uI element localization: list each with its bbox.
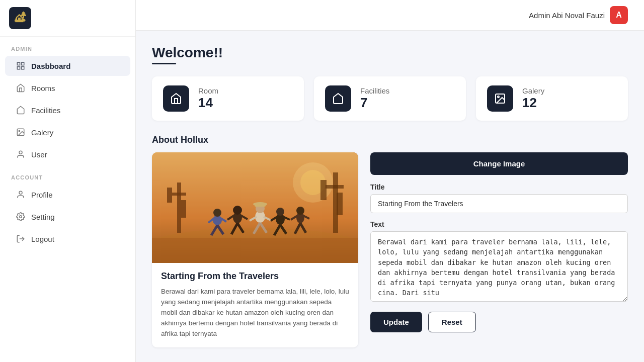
galery-stat-info: Galery 12 [522, 86, 544, 111]
top-header: Admin Abi Noval Fauzi A [136, 0, 644, 31]
svg-rect-0 [17, 62, 20, 65]
article-image-svg [152, 152, 358, 263]
svg-rect-1 [22, 62, 24, 65]
svg-point-11 [498, 96, 499, 98]
sidebar: 🏕 ADMIN Dasbboard Rooms Facilities Galer… [0, 0, 136, 362]
user-icon [16, 150, 25, 159]
house2-icon [332, 93, 344, 105]
sidebar-item-galery[interactable]: Galery [5, 122, 130, 142]
svg-point-7 [19, 191, 22, 194]
article-text: Berawal dari kami para traveler bernama … [161, 287, 349, 339]
page-title: Welcome!! [152, 45, 628, 61]
user-label: User [31, 150, 47, 159]
stat-card-room: Room 14 [152, 76, 304, 121]
room-stat-info: Room 14 [198, 86, 218, 111]
article-image [152, 152, 358, 263]
galery-label: Galery [31, 128, 53, 137]
galery-stat-icon [487, 85, 513, 112]
house-icon [170, 93, 182, 105]
svg-rect-57 [152, 152, 358, 263]
sidebar-item-dashboard[interactable]: Dasbboard [5, 56, 130, 76]
about-layout: Starting From the Travelers Berawal dari… [152, 152, 628, 347]
svg-rect-3 [22, 67, 24, 69]
rooms-label: Rooms [31, 84, 55, 93]
title-underline [152, 63, 176, 64]
user-name: Admin Abi Noval Fauzi [529, 11, 605, 20]
logout-icon [16, 234, 25, 243]
title-field-label: Title [370, 183, 628, 191]
svg-point-5 [19, 130, 20, 131]
text-field-label: Text [370, 220, 628, 228]
sidebar-item-logout[interactable]: Logout [5, 229, 130, 249]
sidebar-item-profile[interactable]: Profile [5, 185, 130, 205]
about-section-title: About Hollux [152, 135, 628, 145]
galery-stat-value: 12 [522, 95, 544, 111]
facilities-stat-icon [325, 85, 351, 112]
galery-stat-label: Galery [522, 86, 544, 95]
room-stat-label: Room [198, 86, 218, 95]
avatar: A [610, 6, 628, 24]
about-form: Change Image Title Text Update Reset [370, 152, 628, 332]
sidebar-item-setting[interactable]: Setting [5, 207, 130, 227]
stats-row: Room 14 Facilities 7 Gal [152, 76, 628, 121]
article-content: Starting From the Travelers Berawal dari… [152, 263, 358, 347]
grid-icon [16, 61, 25, 70]
main-content: Admin Abi Noval Fauzi A Welcome!! Room 1… [136, 0, 644, 362]
image-icon [16, 128, 25, 137]
gallery-icon [494, 93, 506, 105]
title-input[interactable] [370, 194, 628, 213]
facilities-stat-info: Facilities 7 [360, 86, 389, 111]
app-logo: 🏕 [9, 7, 31, 29]
stat-card-facilities: Facilities 7 [314, 76, 466, 121]
sidebar-item-user[interactable]: User [5, 144, 130, 164]
reset-button[interactable]: Reset [428, 312, 476, 332]
update-button[interactable]: Update [370, 312, 422, 332]
home2-icon [16, 106, 25, 115]
logout-label: Logout [31, 235, 54, 243]
home-icon [16, 83, 25, 93]
stat-card-galery: Galery 12 [476, 76, 628, 121]
svg-rect-2 [17, 67, 20, 69]
account-section-label: ACCOUNT [0, 165, 135, 184]
dashboard-label: Dasbboard [31, 62, 70, 70]
facilities-stat-label: Facilities [360, 86, 389, 95]
svg-point-6 [19, 151, 22, 154]
sidebar-item-rooms[interactable]: Rooms [5, 78, 130, 98]
article-card: Starting From the Travelers Berawal dari… [152, 152, 358, 347]
admin-section-label: ADMIN [0, 37, 135, 55]
profile-icon [16, 190, 25, 199]
text-textarea[interactable] [370, 231, 628, 302]
change-image-button[interactable]: Change Image [370, 152, 628, 175]
setting-label: Setting [31, 213, 55, 221]
page-content: Welcome!! Room 14 Facilities [136, 31, 644, 361]
room-stat-icon [163, 85, 189, 112]
form-actions: Update Reset [370, 312, 628, 332]
article-heading: Starting From the Travelers [161, 271, 349, 282]
user-info: Admin Abi Noval Fauzi A [529, 6, 628, 24]
profile-label: Profile [31, 191, 53, 199]
facilities-label: Facilities [31, 106, 60, 115]
sidebar-item-facilities[interactable]: Facilities [5, 100, 130, 120]
sidebar-logo: 🏕 [0, 0, 135, 37]
room-stat-value: 14 [198, 95, 218, 111]
svg-point-8 [20, 216, 22, 218]
settings-icon [16, 212, 25, 221]
facilities-stat-value: 7 [360, 95, 389, 111]
